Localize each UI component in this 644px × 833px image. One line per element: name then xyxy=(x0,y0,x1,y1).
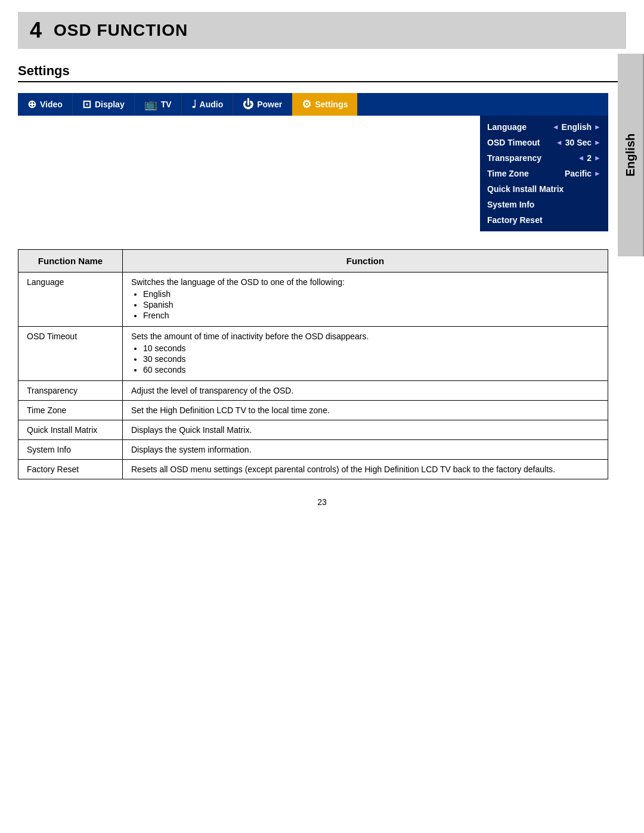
transparency-value-text: 2 xyxy=(587,153,592,163)
tab-display-label: Display xyxy=(95,100,125,109)
sidebar-label: English xyxy=(624,134,637,176)
bullet-item: Spanish xyxy=(143,300,599,309)
table-row: Time ZoneSet the High Definition LCD TV … xyxy=(18,401,608,420)
osd-timeout-left-arrow: ◄ xyxy=(556,138,563,147)
video-icon: ⊕ xyxy=(27,98,36,111)
time-zone-value-text: Pacific xyxy=(565,169,592,178)
dropdown-time-zone[interactable]: Time Zone Pacific ► xyxy=(480,166,608,181)
page-number: 23 xyxy=(0,497,644,507)
chapter-title: OSD FUNCTION xyxy=(54,21,188,40)
bullet-item: 10 seconds xyxy=(143,343,599,353)
table-row: System InfoDisplays the system informati… xyxy=(18,440,608,460)
function-bullets: 10 seconds30 seconds60 seconds xyxy=(143,343,599,374)
dropdown-time-zone-value: Pacific ► xyxy=(565,169,601,178)
transparency-left-arrow: ◄ xyxy=(577,154,584,162)
function-bullets: EnglishSpanishFrench xyxy=(143,289,599,320)
chapter-header: 4 OSD FUNCTION xyxy=(18,12,626,49)
function-desc-cell: Adjust the level of transparency of the … xyxy=(123,381,608,401)
dropdown-osd-timeout-value: ◄ 30 Sec ► xyxy=(556,138,601,147)
dropdown-transparency[interactable]: Transparency ◄ 2 ► xyxy=(480,150,608,166)
function-name-cell: Transparency xyxy=(18,381,123,401)
language-left-arrow: ◄ xyxy=(552,123,559,131)
display-icon: ⊡ xyxy=(82,98,91,111)
bullet-item: French xyxy=(143,311,599,320)
table-row: Quick Install MatrixDisplays the Quick I… xyxy=(18,420,608,440)
bullet-item: English xyxy=(143,289,599,299)
function-desc-cell: Set the High Definition LCD TV to the lo… xyxy=(123,401,608,420)
language-value-text: English xyxy=(562,122,592,132)
tab-tv[interactable]: 📺 TV xyxy=(135,93,182,116)
function-name-cell: System Info xyxy=(18,440,123,460)
tab-power-label: Power xyxy=(257,100,282,109)
bullet-item: 60 seconds xyxy=(143,365,599,374)
table-row: OSD TimeoutSets the amount of time of in… xyxy=(18,327,608,381)
menu-tabs: ⊕ Video ⊡ Display 📺 TV ♩ Audio ⏻ Power ⚙… xyxy=(18,93,608,116)
col-function-name-header: Function Name xyxy=(18,250,123,272)
section-title: Settings xyxy=(18,63,626,82)
dropdown-time-zone-label: Time Zone xyxy=(487,169,565,178)
tab-tv-label: TV xyxy=(161,100,172,109)
function-name-cell: Language xyxy=(18,272,123,327)
tab-settings[interactable]: ⚙ Settings xyxy=(292,93,358,116)
audio-icon: ♩ xyxy=(191,98,196,111)
table-row: TransparencyAdjust the level of transpar… xyxy=(18,381,608,401)
function-desc-cell: Displays the Quick Install Matrix. xyxy=(123,420,608,440)
language-sidebar: English xyxy=(618,54,644,256)
tab-settings-label: Settings xyxy=(315,100,348,109)
dropdown-system-info[interactable]: System Info xyxy=(480,197,608,212)
dropdown-quick-install-matrix-label: Quick Install Matrix xyxy=(487,184,601,194)
function-name-cell: Time Zone xyxy=(18,401,123,420)
function-desc-cell: Resets all OSD menu settings (except par… xyxy=(123,460,608,479)
function-name-cell: Quick Install Matrix xyxy=(18,420,123,440)
tab-display[interactable]: ⊡ Display xyxy=(73,93,135,116)
table-row: LanguageSwitches the language of the OSD… xyxy=(18,272,608,327)
dropdown-factory-reset-label: Factory Reset xyxy=(487,215,601,225)
language-right-arrow: ► xyxy=(594,123,601,131)
dropdown-language-label: Language xyxy=(487,122,552,132)
bullet-item: 30 seconds xyxy=(143,354,599,364)
function-desc-cell: Displays the system information. xyxy=(123,440,608,460)
time-zone-right-arrow: ► xyxy=(594,169,601,178)
power-icon: ⏻ xyxy=(243,98,253,111)
tab-power[interactable]: ⏻ Power xyxy=(233,93,292,116)
tab-audio-label: Audio xyxy=(200,100,224,109)
dropdown-quick-install-matrix[interactable]: Quick Install Matrix xyxy=(480,181,608,197)
osd-container: ⊕ Video ⊡ Display 📺 TV ♩ Audio ⏻ Power ⚙… xyxy=(18,93,608,231)
transparency-right-arrow: ► xyxy=(594,154,601,162)
tab-video-label: Video xyxy=(40,100,63,109)
chapter-number: 4 xyxy=(30,18,42,43)
settings-icon: ⚙ xyxy=(302,98,311,111)
dropdown-transparency-label: Transparency xyxy=(487,153,577,163)
dropdown-system-info-label: System Info xyxy=(487,200,601,209)
dropdown-factory-reset[interactable]: Factory Reset xyxy=(480,212,608,228)
dropdown-transparency-value: ◄ 2 ► xyxy=(577,153,601,163)
tab-audio[interactable]: ♩ Audio xyxy=(182,93,234,116)
function-name-cell: Factory Reset xyxy=(18,460,123,479)
col-function-header: Function xyxy=(123,250,608,272)
settings-dropdown: Language ◄ English ► OSD Timeout ◄ 30 Se… xyxy=(480,116,608,231)
tab-video[interactable]: ⊕ Video xyxy=(18,93,73,116)
function-table: Function Name Function LanguageSwitches … xyxy=(18,249,608,479)
function-desc-cell: Switches the language of the OSD to one … xyxy=(123,272,608,327)
tv-icon: 📺 xyxy=(144,98,157,111)
dropdown-osd-timeout-label: OSD Timeout xyxy=(487,138,556,147)
osd-timeout-value-text: 30 Sec xyxy=(565,138,592,147)
dropdown-language[interactable]: Language ◄ English ► xyxy=(480,119,608,135)
osd-timeout-right-arrow: ► xyxy=(594,138,601,147)
function-desc-cell: Sets the amount of time of inactivity be… xyxy=(123,327,608,381)
dropdown-language-value: ◄ English ► xyxy=(552,122,601,132)
table-row: Factory ResetResets all OSD menu setting… xyxy=(18,460,608,479)
osd-layout: Language ◄ English ► OSD Timeout ◄ 30 Se… xyxy=(18,116,608,231)
dropdown-osd-timeout[interactable]: OSD Timeout ◄ 30 Sec ► xyxy=(480,135,608,150)
function-name-cell: OSD Timeout xyxy=(18,327,123,381)
